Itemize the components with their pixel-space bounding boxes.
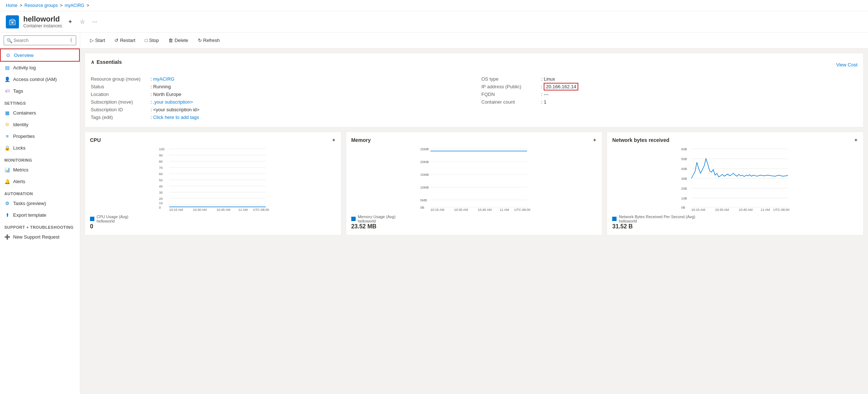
charts-area: CPU ✦ 100 90 80 70 60 50 40 30 20 10 (85, 132, 864, 235)
more-button[interactable]: ··· (91, 17, 98, 27)
essentials-title: Essentials (97, 59, 122, 65)
breadcrumb-myacirg[interactable]: myACIRG (64, 3, 84, 8)
network-legend-text: Network Bytes Received Per Second (Avg) (619, 215, 695, 219)
essentials-header[interactable]: ∧ Essentials (91, 59, 122, 65)
restart-button[interactable]: ↺ Restart (110, 35, 139, 45)
resource-icon (6, 15, 19, 28)
network-chart-body: 60B 50B 40B 30B 20B 10B 0B (612, 146, 858, 212)
os-type-row: OS type : Linux (481, 75, 857, 83)
sidebar-item-tags[interactable]: 🏷 Tags (0, 85, 80, 97)
automation-section-header: Automation (0, 187, 80, 197)
content-area: ▷ Start ↺ Restart □ Stop 🗑 Delete ↻ Refr… (80, 32, 868, 394)
cpu-pin-button[interactable]: ✦ (332, 137, 336, 143)
essentials-grid: Resource group (move) : myACIRG Status :… (91, 75, 857, 121)
svg-text:10: 10 (159, 201, 163, 205)
svg-text:40: 40 (159, 185, 163, 188)
fqdn-value: --- (544, 92, 548, 97)
memory-legend-dot (351, 217, 356, 221)
svg-text:11 AM: 11 AM (500, 208, 509, 212)
svg-text:60B: 60B (681, 147, 687, 151)
alerts-icon: 🔔 (4, 178, 10, 184)
memory-chart-svg: 25MB 20MB 15MB 10MB 5MB 0B (351, 146, 597, 212)
sidebar-properties-label: Properties (13, 134, 35, 139)
restart-icon: ↺ (114, 38, 118, 43)
essentials-left: Resource group (move) : myACIRG Status :… (91, 75, 467, 121)
refresh-button[interactable]: ↻ Refresh (194, 35, 224, 45)
svg-text:10:15 AM: 10:15 AM (692, 208, 705, 212)
breadcrumb-resource-groups[interactable]: Resource groups (24, 3, 58, 8)
sidebar-item-locks[interactable]: 🔒 Locks (0, 142, 80, 154)
svg-text:UTC-08:00: UTC-08:00 (253, 208, 269, 212)
memory-legend-text: Memory Usage (Avg) (358, 215, 396, 219)
cpu-legend-subtext: helloworld (97, 219, 128, 223)
network-pin-button[interactable]: ✦ (854, 137, 858, 143)
sidebar-item-alerts[interactable]: 🔔 Alerts (0, 175, 80, 187)
svg-text:10:15 AM: 10:15 AM (169, 208, 183, 212)
memory-pin-button[interactable]: ✦ (593, 137, 597, 143)
locks-icon: 🔒 (4, 145, 10, 151)
sidebar-item-identity[interactable]: ⚙ Identity (0, 119, 80, 130)
essentials-topbar: ∧ Essentials View Cost (91, 59, 857, 70)
tags-link[interactable]: Click here to add tags (153, 115, 199, 120)
svg-text:UTC-08:00: UTC-08:00 (514, 208, 530, 212)
resource-header: helloworld Container instances ✦ ☆ ··· (0, 11, 868, 32)
svg-text:50: 50 (159, 178, 163, 182)
search-input[interactable] (4, 35, 76, 45)
svg-text:11 AM: 11 AM (761, 208, 770, 212)
svg-text:11 AM: 11 AM (238, 208, 248, 212)
sidebar-identity-label: Identity (13, 122, 28, 127)
metrics-icon: 📊 (4, 167, 10, 173)
sidebar-item-export-template[interactable]: ⬆ Export template (0, 209, 80, 221)
sidebar-item-containers[interactable]: ▦ Containers (0, 107, 80, 119)
view-cost-link[interactable]: View Cost (836, 62, 857, 67)
stop-icon: □ (145, 38, 148, 43)
svg-text:10MB: 10MB (420, 186, 429, 189)
sidebar-item-new-support[interactable]: ➕ New Support Request (0, 231, 80, 243)
svg-text:25MB: 25MB (420, 147, 429, 151)
breadcrumb-home[interactable]: Home (6, 3, 17, 8)
network-value: 31.52 B (612, 223, 858, 230)
chevron-down-icon: ∧ (91, 59, 94, 65)
cpu-chart-svg: 100 90 80 70 60 50 40 30 20 10 0 (90, 146, 336, 212)
network-chart-footer: Network Bytes Received Per Second (Avg) … (612, 215, 858, 223)
network-legend-subtext: helloworld (619, 219, 695, 223)
tags-row: Tags (edit) : Click here to add tags (91, 113, 467, 121)
sidebar-export-template-label: Export template (13, 212, 46, 218)
svg-text:10B: 10B (681, 197, 687, 200)
subscription-link[interactable]: ,your subscription> (153, 99, 193, 105)
sidebar-item-access-control[interactable]: 👤 Access control (IAM) (0, 73, 80, 85)
delete-icon: 🗑 (168, 38, 173, 43)
sidebar-item-activity-log[interactable]: ▤ Activity log (0, 62, 80, 73)
container-icon (8, 18, 16, 26)
export-template-icon: ⬆ (4, 212, 10, 218)
sidebar-activity-log-label: Activity log (13, 65, 36, 70)
sidebar-item-overview[interactable]: ⊙ Overview (0, 49, 80, 62)
delete-button[interactable]: 🗑 Delete (164, 35, 192, 45)
resource-group-link[interactable]: myACIRG (153, 76, 175, 82)
sidebar-locks-label: Locks (13, 145, 26, 151)
favorite-button[interactable]: ☆ (78, 17, 86, 27)
sidebar-new-support-label: New Support Request (13, 234, 59, 240)
collapse-sidebar-button[interactable]: 《 (67, 37, 73, 44)
memory-legend-subtext: helloworld (358, 219, 396, 223)
containers-icon: ▦ (4, 110, 10, 116)
svg-text:10:30 AM: 10:30 AM (715, 208, 729, 212)
location-row: Location : North Europe (91, 90, 467, 98)
sidebar-item-properties[interactable]: ≡ Properties (0, 130, 80, 142)
pin-button[interactable]: ✦ (66, 17, 74, 27)
sidebar-overview-label: Overview (14, 53, 34, 58)
svg-text:10:45 AM: 10:45 AM (216, 208, 230, 212)
start-button[interactable]: ▷ Start (86, 35, 109, 45)
properties-icon: ≡ (4, 133, 10, 139)
svg-text:70: 70 (159, 166, 163, 170)
svg-text:30: 30 (159, 191, 163, 194)
ip-address-row: IP address (Public) : 20.166.162.14 (481, 83, 857, 90)
activity-log-icon: ▤ (4, 65, 10, 70)
status-row: Status : Running (91, 83, 467, 90)
svg-text:5MB: 5MB (420, 198, 427, 202)
container-count-value: 1 (544, 99, 546, 105)
sidebar-item-tasks[interactable]: ⚙ Tasks (preview) (0, 197, 80, 209)
sidebar-item-metrics[interactable]: 📊 Metrics (0, 164, 80, 175)
svg-text:10:30 AM: 10:30 AM (193, 208, 207, 212)
stop-button[interactable]: □ Stop (141, 35, 163, 45)
